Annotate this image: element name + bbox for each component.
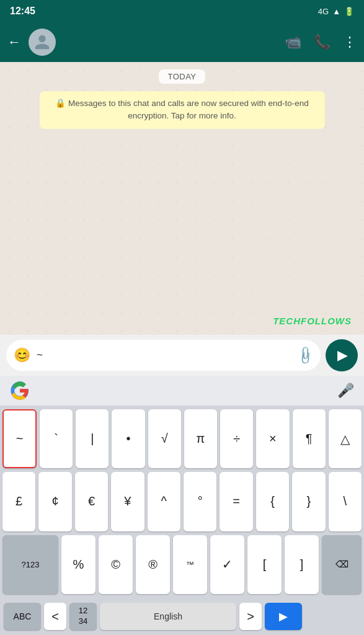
key-divide[interactable]: ÷ xyxy=(220,409,253,468)
header-bar: ← 📹 📞 ⋮ xyxy=(0,22,364,62)
emoji-button[interactable]: 😊 xyxy=(14,347,30,363)
key-bullet[interactable]: • xyxy=(112,409,144,468)
send-button[interactable]: ▶ xyxy=(326,339,358,371)
keyboard-toolbar: 🎤 xyxy=(0,376,364,406)
key-open-bracket[interactable]: [ xyxy=(247,535,282,594)
more-options-button[interactable]: ⋮ xyxy=(343,34,357,50)
message-input[interactable] xyxy=(37,349,291,362)
key-close-brace[interactable]: } xyxy=(292,472,325,531)
status-icons: 4G ▲ 🔋 xyxy=(318,7,354,16)
key-pi[interactable]: π xyxy=(184,409,217,468)
key-registered[interactable]: ® xyxy=(136,535,170,594)
key-open-brace[interactable]: { xyxy=(256,472,289,531)
key-copyright[interactable]: © xyxy=(99,535,133,594)
key-pilcrow[interactable]: ¶ xyxy=(293,409,326,468)
message-input-bar: 😊 📎 ▶ xyxy=(0,335,364,376)
status-time: 12:45 xyxy=(10,6,35,17)
input-box: 😊 📎 xyxy=(6,340,321,371)
key-backslash[interactable]: \ xyxy=(329,472,362,531)
key-row-3: ?123 % © ® ™ ✓ [ ] ⌫ xyxy=(2,535,362,594)
bottom-row: ABC < 1234 English > ▶ xyxy=(0,598,364,635)
voice-call-button[interactable]: 📞 xyxy=(314,34,331,50)
battery-icon: 🔋 xyxy=(344,7,354,16)
key-checkmark[interactable]: ✓ xyxy=(210,535,244,594)
back-button[interactable]: ← xyxy=(7,34,21,50)
key-rows: ~ ` | • √ π ÷ × ¶ △ £ ¢ € ¥ ^ ° = { } \ … xyxy=(0,406,364,598)
key-triangle[interactable]: △ xyxy=(329,409,362,468)
key-degree[interactable]: ° xyxy=(184,472,216,531)
watermark: TECHFOLLOWS xyxy=(273,316,352,326)
signal-label: 4G xyxy=(318,7,329,16)
key-delete[interactable]: ⌫ xyxy=(322,535,362,594)
encryption-notice[interactable]: 🔒 Messages to this chat and calls are no… xyxy=(40,91,325,129)
microphone-button[interactable]: 🎤 xyxy=(337,383,354,399)
key-tilde[interactable]: ~ xyxy=(2,409,37,468)
keyboard-area: 🎤 ~ ` | • √ π ÷ × ¶ △ £ ¢ € ¥ ^ ° = { } … xyxy=(0,376,364,635)
key-euro[interactable]: € xyxy=(75,472,108,531)
key-numbers[interactable]: 1234 xyxy=(69,603,97,630)
key-cent[interactable]: ¢ xyxy=(38,472,71,531)
key-yen[interactable]: ¥ xyxy=(111,472,144,531)
signal-bars-icon: ▲ xyxy=(332,7,340,16)
key-percent[interactable]: % xyxy=(61,535,95,594)
key-trademark[interactable]: ™ xyxy=(173,535,207,594)
key-close-bracket[interactable]: ] xyxy=(285,535,319,594)
attach-button[interactable]: 📎 xyxy=(295,345,316,366)
key-row-1: ~ ` | • √ π ÷ × ¶ △ xyxy=(2,409,362,468)
send-arrow-icon: ▶ xyxy=(337,347,348,363)
key-send[interactable]: ▶ xyxy=(265,603,302,630)
key-123[interactable]: ?123 xyxy=(2,535,58,594)
google-logo xyxy=(10,381,30,401)
key-equals[interactable]: = xyxy=(220,472,252,531)
key-abc[interactable]: ABC xyxy=(4,603,41,630)
key-multiply[interactable]: × xyxy=(256,409,289,468)
avatar-icon xyxy=(33,33,51,51)
header-actions: 📹 📞 ⋮ xyxy=(285,34,357,50)
key-backtick[interactable]: ` xyxy=(40,409,73,468)
key-pound[interactable]: £ xyxy=(2,472,35,531)
key-row-2: £ ¢ € ¥ ^ ° = { } \ xyxy=(2,472,362,531)
key-pipe[interactable]: | xyxy=(76,409,109,468)
today-badge: TODAY xyxy=(159,69,205,84)
key-less-than[interactable]: < xyxy=(44,603,66,630)
status-bar: 12:45 4G ▲ 🔋 xyxy=(0,0,364,22)
key-space-english[interactable]: English xyxy=(100,603,236,630)
key-sqrt[interactable]: √ xyxy=(148,409,181,468)
avatar[interactable] xyxy=(29,29,56,56)
video-call-button[interactable]: 📹 xyxy=(285,34,301,50)
key-greater-than[interactable]: > xyxy=(239,603,262,630)
key-caret[interactable]: ^ xyxy=(148,472,180,531)
chat-area: TODAY 🔒 Messages to this chat and calls … xyxy=(0,62,364,335)
